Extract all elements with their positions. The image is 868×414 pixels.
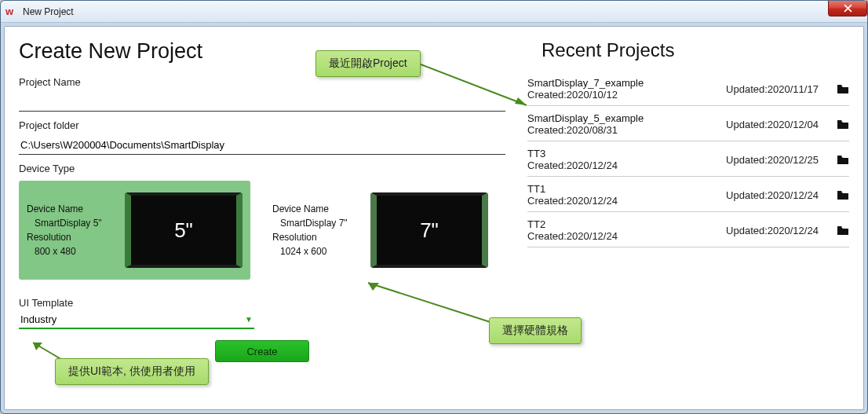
ui-template-select[interactable]: Industry ▼	[19, 309, 254, 329]
recent-item[interactable]: TT3Created:2020/12/24Updated:2020/12/25	[527, 141, 849, 177]
project-folder-input[interactable]	[19, 134, 505, 155]
recent-item-name: SmartDisplay_7_example	[527, 77, 708, 89]
app-window: w New Project Create New Project Project…	[0, 0, 868, 414]
device-meta: Device Name SmartDisplay 5" Resolution 8…	[27, 202, 125, 258]
device-preview: 5"	[125, 192, 243, 268]
callout-template: 提供UI範本, 供使用者使用	[55, 358, 209, 385]
recent-item[interactable]: TT2Created:2020/12/24Updated:2020/12/24	[527, 212, 849, 247]
device-card-5in[interactable]: Device Name SmartDisplay 5" Resolution 8…	[19, 181, 250, 280]
project-name-input[interactable]	[19, 91, 505, 112]
device-res-label: Resolution	[27, 230, 125, 244]
device-row: Device Name SmartDisplay 5" Resolution 8…	[19, 181, 505, 280]
device-card-7in[interactable]: Device Name SmartDisplay 7" Resolution 1…	[264, 181, 496, 280]
device-res-value: 1024 x 600	[272, 244, 370, 258]
callout-recent: 最近開啟Project	[315, 50, 421, 77]
recent-item-updated: Updated:2020/12/24	[726, 189, 819, 201]
titlebar[interactable]: w New Project	[1, 1, 867, 23]
device-type-label: Device Type	[19, 163, 505, 174]
window-title: New Project	[23, 6, 74, 17]
create-button-label: Create	[246, 346, 277, 357]
close-button[interactable]	[828, 1, 867, 16]
device-name-label: Device Name	[272, 202, 370, 216]
recent-item[interactable]: TT1Created:2020/12/24Updated:2020/12/24	[527, 177, 849, 212]
recent-item-created: Created:2020/10/12	[527, 89, 708, 101]
device-preview: 7"	[370, 192, 488, 268]
recent-item-name: TT3	[527, 148, 708, 159]
template-row: UI Template Industry ▼	[19, 289, 505, 329]
recent-title: Recent Projects	[542, 39, 849, 61]
project-name-label: Project Name	[19, 76, 505, 88]
device-name-label: Device Name	[27, 202, 125, 216]
recent-item-updated: Updated:2020/12/24	[726, 225, 819, 236]
folder-icon	[837, 119, 849, 130]
device-name-value: SmartDisplay 7"	[272, 216, 370, 230]
recent-item[interactable]: SmartDisplay_7_exampleCreated:2020/10/12…	[527, 71, 849, 106]
ui-template-value: Industry	[20, 313, 57, 325]
recent-item-updated: Updated:2020/12/04	[726, 119, 819, 130]
page-title: Create New Project	[19, 39, 505, 64]
callout-device: 選擇硬體規格	[489, 317, 582, 344]
folder-icon	[837, 189, 849, 200]
client-area: Create New Project Project Name Project …	[4, 26, 864, 410]
create-panel: Create New Project Project Name Project …	[19, 39, 505, 401]
recent-item-created: Created:2020/12/24	[527, 159, 708, 171]
project-folder-label: Project folder	[19, 119, 505, 131]
folder-icon	[837, 83, 849, 94]
recent-item-name: TT2	[527, 218, 708, 230]
recent-item-created: Created:2020/12/24	[527, 230, 708, 242]
create-button[interactable]: Create	[215, 340, 309, 362]
folder-icon	[837, 225, 849, 236]
chevron-down-icon: ▼	[245, 315, 253, 324]
device-name-value: SmartDisplay 5"	[27, 216, 125, 230]
recent-item-updated: Updated:2020/11/17	[726, 83, 819, 95]
app-icon: w	[5, 5, 18, 18]
device-res-value: 800 x 480	[27, 244, 125, 258]
recent-panel: Recent Projects SmartDisplay_7_exampleCr…	[505, 39, 849, 401]
recent-list: SmartDisplay_7_exampleCreated:2020/10/12…	[527, 71, 849, 247]
recent-item-name: TT1	[527, 183, 708, 195]
recent-item-created: Created:2020/12/24	[527, 195, 708, 207]
folder-icon	[837, 154, 849, 165]
recent-item-created: Created:2020/08/31	[527, 124, 708, 136]
device-res-label: Resolution	[272, 230, 370, 244]
close-icon	[844, 4, 852, 13]
recent-item-updated: Updated:2020/12/25	[726, 154, 819, 166]
recent-item-name: SmartDisplay_5_example	[527, 112, 708, 124]
recent-item[interactable]: SmartDisplay_5_exampleCreated:2020/08/31…	[527, 106, 849, 141]
device-meta: Device Name SmartDisplay 7" Resolution 1…	[272, 202, 370, 258]
ui-template-label: UI Template	[19, 297, 505, 309]
